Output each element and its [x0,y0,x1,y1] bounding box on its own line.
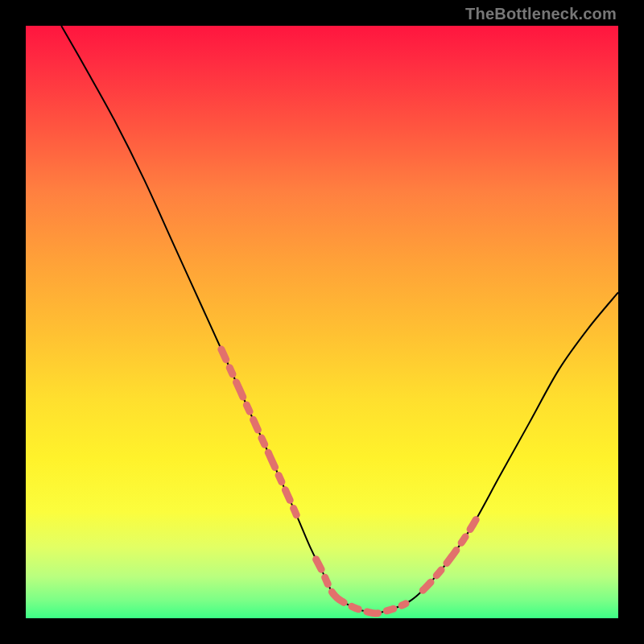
curve-svg [26,26,618,618]
dash-floor [316,559,406,613]
dash-right [423,519,476,590]
dash-overlay-group [221,349,477,613]
watermark-text: TheBottleneck.com [465,5,617,23]
plot-area [26,26,618,618]
chart-frame: TheBottleneck.com [0,0,644,644]
bottleneck-curve-path [61,26,618,613]
